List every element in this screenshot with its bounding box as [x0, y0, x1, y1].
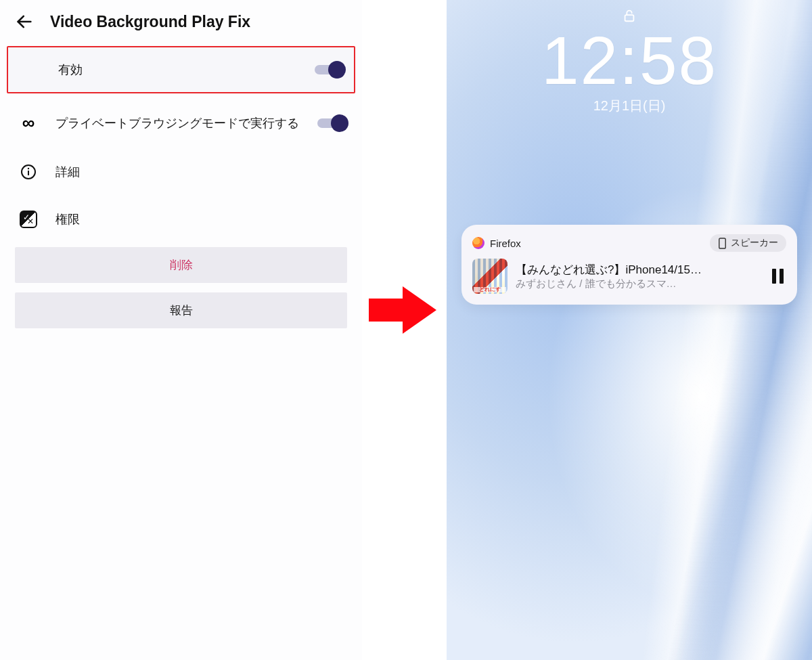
media-thumbnail: どれにす — [472, 259, 508, 294]
phone-icon — [718, 238, 727, 249]
app-identity: Firefox — [472, 237, 521, 249]
permissions-row[interactable]: 権限 — [0, 196, 362, 243]
media-notification[interactable]: Firefox スピーカー どれにす 【みんなどれ選ぶ?】iPhone14/15… — [461, 225, 797, 305]
private-mode-row[interactable]: ∞ プライベートブラウジングモードで実行する — [0, 97, 362, 148]
right-arrow-icon — [369, 286, 440, 334]
card-header: Firefox スピーカー — [472, 234, 786, 252]
svg-point-3 — [28, 168, 29, 169]
lock-screen: 12:58 12月1日(日) Firefox スピーカー どれにす 【みんなどれ… — [447, 0, 812, 660]
back-arrow-icon[interactable] — [15, 12, 34, 31]
svg-rect-5 — [719, 238, 725, 248]
media-subtitle: みずおじさん / 誰でも分かるスマ… — [516, 278, 761, 290]
private-mode-toggle[interactable] — [317, 114, 348, 132]
report-button[interactable]: 報告 — [15, 292, 347, 328]
details-label: 詳細 — [55, 163, 348, 181]
private-mode-label: プライベートブラウジングモードで実行する — [55, 114, 305, 132]
enabled-label: 有効 — [58, 61, 302, 79]
media-row: どれにす 【みんなどれ選ぶ?】iPhone14/15… みずおじさん / 誰でも… — [472, 259, 786, 294]
enabled-row[interactable]: 有効 — [7, 46, 355, 93]
thumb-caption: どれにす — [474, 287, 506, 292]
button-group: 削除 報告 — [0, 243, 362, 328]
svg-rect-4 — [625, 15, 634, 21]
details-row[interactable]: 詳細 — [0, 148, 362, 196]
output-selector[interactable]: スピーカー — [710, 234, 786, 252]
firefox-icon — [472, 237, 484, 249]
lock-header: 12:58 12月1日(日) — [447, 8, 812, 115]
settings-screen: Video Background Play Fix 有効 ∞ プライベートブラウ… — [0, 0, 362, 660]
clock-date: 12月1日(日) — [447, 97, 812, 115]
clock-time: 12:58 — [447, 22, 812, 100]
enabled-toggle[interactable] — [315, 61, 346, 79]
arrow-annotation — [362, 0, 447, 660]
mask-icon: ∞ — [14, 112, 43, 133]
media-text: 【みんなどれ選ぶ?】iPhone14/15… みずおじさん / 誰でも分かるスマ… — [516, 262, 761, 290]
header: Video Background Play Fix — [0, 0, 362, 41]
pause-button[interactable] — [769, 269, 786, 284]
app-name: Firefox — [490, 238, 521, 249]
permissions-icon — [14, 211, 43, 228]
info-icon — [14, 164, 43, 180]
permissions-label: 権限 — [55, 211, 348, 228]
output-label: スピーカー — [731, 237, 778, 249]
page-title: Video Background Play Fix — [50, 13, 250, 31]
delete-button[interactable]: 削除 — [15, 247, 347, 283]
media-title: 【みんなどれ選ぶ?】iPhone14/15… — [516, 262, 761, 278]
